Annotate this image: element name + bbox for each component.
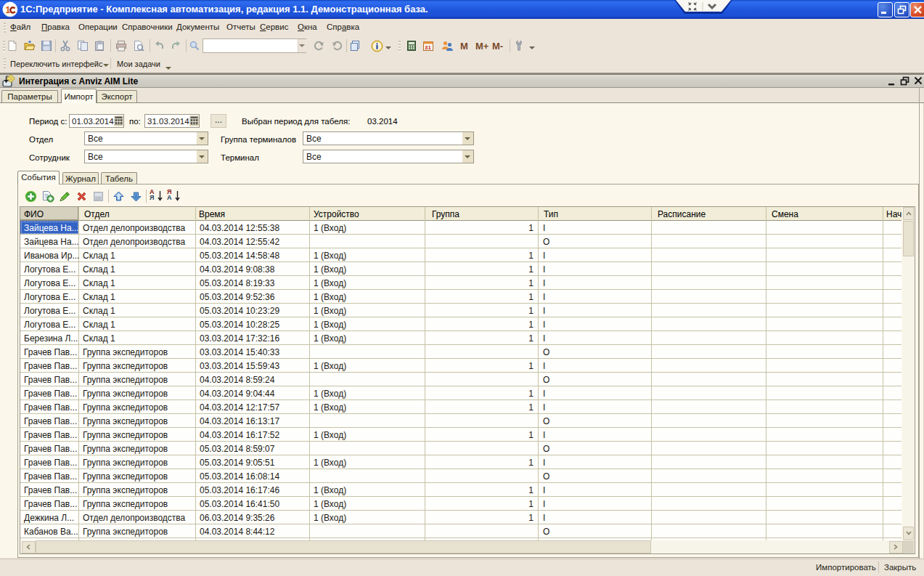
svg-text:31: 31 (425, 44, 431, 51)
